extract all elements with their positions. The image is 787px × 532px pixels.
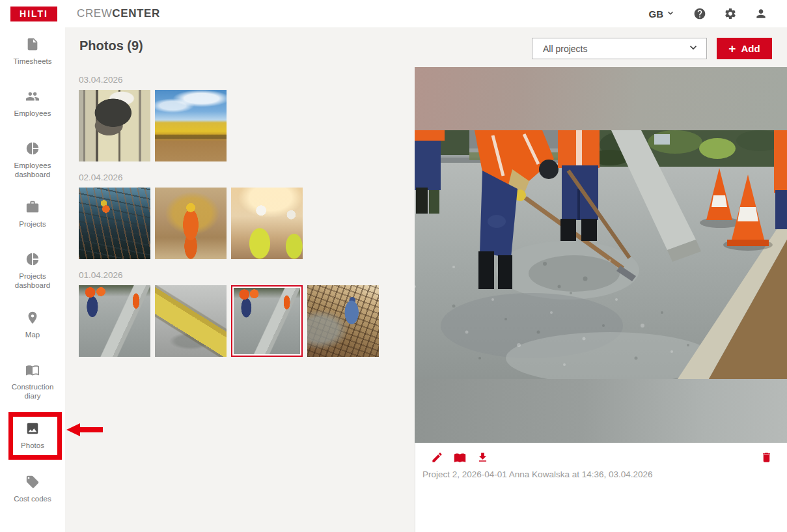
sidebar-item-projects-dashboard[interactable]: Projects dashboard [0,252,65,290]
preview-photo-scene [415,130,787,379]
edit-icon[interactable] [431,451,443,464]
photo-thumbnail-selected[interactable] [231,285,303,357]
sidebar: Timesheets Employees Employees dashboard… [0,27,65,532]
briefcase-icon [25,200,40,217]
sidebar-item-label: Map [21,331,44,340]
language-label: GB [649,8,664,20]
photo-thumbnail[interactable] [155,188,227,259]
sidebar-item-label: Employees [10,109,55,119]
photo-image [234,288,300,354]
photo-row [79,90,415,161]
preview-toolbar [415,443,787,464]
app-name-light: CREW [77,7,112,20]
map-pin-icon [25,311,40,328]
sidebar-item-employees-dashboard[interactable]: Employees dashboard [0,141,65,180]
photo-thumbnail[interactable] [79,285,150,357]
sidebar-item-cost-codes[interactable]: Cost codes [0,475,65,504]
plus-icon: + [728,42,736,55]
photos-icon [25,421,40,438]
sidebar-item-label: Projects [15,220,50,229]
people-icon [25,89,40,106]
photo-thumbnail[interactable] [155,285,227,357]
gear-icon[interactable] [724,7,737,20]
hilti-logo-text: HILTI [20,8,48,19]
photo-list: 03.04.2026 02.04.2026 01.04.2026 [65,67,415,532]
photo-row [79,285,415,357]
photo-image [155,90,227,161]
photo-group: 01.04.2026 [79,270,415,357]
hilti-logo[interactable]: HILTI [10,7,57,21]
photo-image [155,285,227,357]
diary-icon[interactable] [454,451,466,464]
photo-caption: Project 2, 2026-04-01 Anna Kowalska at 1… [415,464,787,479]
photo-image [79,285,150,357]
sidebar-item-employees[interactable]: Employees [0,89,65,119]
photo-group-date: 02.04.2026 [79,173,415,182]
photo-image [79,188,150,259]
book-icon [25,363,40,380]
photo-thumbnail[interactable] [79,188,150,259]
photo-group: 03.04.2026 [79,75,415,161]
document-icon [25,37,40,54]
chevron-down-icon [665,8,676,20]
add-photo-button[interactable]: + Add [717,38,772,59]
photo-image [79,90,150,161]
header-actions: GB [649,7,768,20]
project-filter-value: All projects [543,44,687,54]
photo-thumbnail[interactable] [231,188,303,259]
sidebar-item-label: Projects dashboard [0,272,65,290]
sidebar-item-label: Cost codes [10,495,55,504]
photo-thumbnail[interactable] [79,90,150,161]
help-icon[interactable] [693,7,706,20]
photo-image [307,285,379,357]
preview-blur-top [415,67,787,130]
app-name-bold: CENTER [112,7,160,20]
photo-image [231,188,303,259]
sidebar-item-photos[interactable]: Photos [0,421,65,451]
photo-row [79,188,415,259]
photo-preview-image [415,67,787,443]
photo-group-date: 03.04.2026 [79,75,415,85]
app-name: CREWCENTER [77,7,160,20]
delete-icon[interactable] [760,451,773,464]
sidebar-item-timesheets[interactable]: Timesheets [0,37,65,66]
tag-icon [25,475,40,492]
sidebar-item-construction-diary[interactable]: Construction diary [0,363,65,401]
sidebar-item-label: Employees dashboard [0,161,65,180]
language-selector[interactable]: GB [649,8,676,20]
main-content: Photos (9) All projects + Add 03.04.2026… [65,27,787,532]
photo-image [155,188,227,259]
photo-group-date: 01.04.2026 [79,270,415,280]
page-title: Photos (9) [79,38,143,53]
photo-preview-panel: Project 2, 2026-04-01 Anna Kowalska at 1… [415,67,787,532]
chevron-down-icon [687,41,700,57]
sidebar-item-map[interactable]: Map [0,311,65,340]
add-button-label: Add [741,43,760,54]
sidebar-item-projects[interactable]: Projects [0,200,65,229]
sidebar-item-label: Construction diary [0,383,65,401]
person-icon[interactable] [754,7,767,20]
sidebar-item-label: Photos [17,441,48,451]
photo-thumbnail[interactable] [307,285,379,357]
photo-group: 02.04.2026 [79,173,415,259]
pie-chart-icon [25,141,40,158]
top-header: HILTI CREWCENTER GB [0,0,787,27]
download-icon[interactable] [476,451,489,464]
sidebar-item-label: Timesheets [9,57,55,66]
project-filter-dropdown[interactable]: All projects [532,38,707,59]
photo-thumbnail[interactable] [155,90,227,161]
preview-blur-bottom [415,379,787,443]
pie-chart-icon [25,252,40,269]
